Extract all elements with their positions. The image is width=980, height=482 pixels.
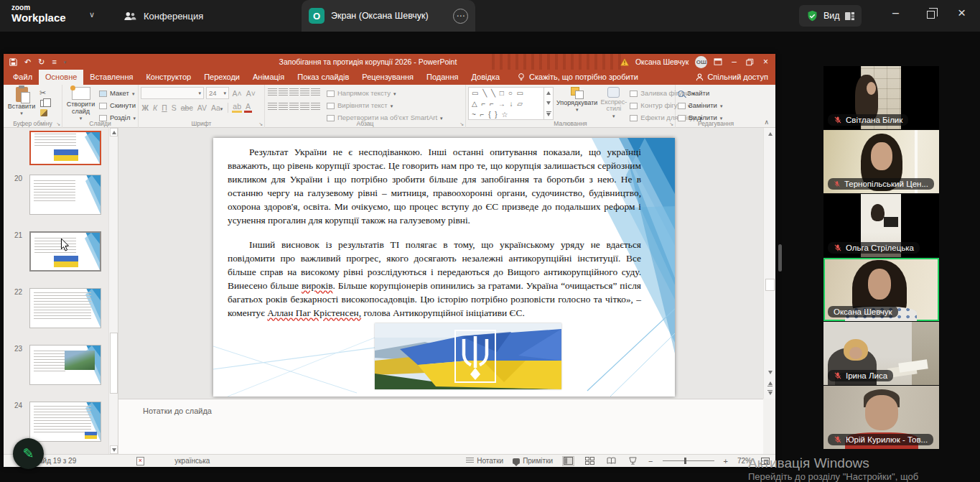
paste-button[interactable]: Вставити ▾ (6, 87, 37, 120)
tab-transitions[interactable]: Переходи (197, 70, 246, 85)
character-spacing-button[interactable]: AV (196, 103, 207, 112)
font-dialog-launcher[interactable]: ↘ (258, 121, 263, 127)
italic-button[interactable]: К (152, 103, 159, 112)
numbering-icon[interactable] (279, 88, 288, 96)
thumbnail-slide-21[interactable] (29, 231, 101, 272)
columns-icon[interactable] (311, 103, 320, 110)
underline-button[interactable]: П (161, 103, 169, 112)
grow-font-button[interactable]: А˄ (231, 89, 243, 98)
tab-home[interactable]: Основне (39, 70, 83, 85)
decrease-indent-icon[interactable] (289, 88, 299, 96)
tab-slideshow[interactable]: Показ слайдів (291, 70, 355, 85)
participant-video-tile[interactable]: Юрій Курилюк - Тов... (823, 386, 939, 449)
more-options-icon[interactable]: ⋯ (453, 9, 468, 24)
notes-placeholder[interactable]: Нотатки до слайда (143, 407, 212, 415)
align-text-button[interactable]: Вирівняти текст▾ (327, 101, 443, 111)
save-icon[interactable] (9, 58, 17, 66)
tab-insert[interactable]: Вставлення (83, 70, 139, 85)
slideshow-view-button[interactable] (627, 456, 639, 466)
thumbnail-scroll-down[interactable] (110, 445, 118, 454)
scroll-thumb[interactable] (765, 279, 775, 291)
normal-view-button[interactable] (562, 456, 574, 466)
previous-slide-button[interactable] (765, 378, 775, 387)
cut-icon[interactable]: ✂ (39, 88, 47, 97)
align-left-icon[interactable] (268, 103, 277, 110)
fit-slide-to-window-button[interactable] (761, 458, 770, 465)
bullets-icon[interactable] (268, 88, 277, 96)
thumbnail-scroll-up[interactable] (110, 128, 118, 136)
shared-screen-scrollbar[interactable] (778, 244, 782, 272)
text-shadow-button[interactable]: S (170, 103, 177, 112)
thumbnail-current-slide[interactable] (29, 131, 101, 165)
font-size-select[interactable]: 24▾ (206, 87, 229, 99)
slide-editor-area[interactable]: Результат України не є несподіванкою. Ін… (118, 128, 763, 399)
tab-conference[interactable]: Конференция (123, 0, 203, 32)
participant-video-tile[interactable]: Тернопільський Цен... (823, 130, 939, 193)
clipboard-dialog-launcher[interactable]: ↘ (56, 121, 60, 127)
tab-view[interactable]: Подання (420, 70, 465, 85)
ppt-restore-button[interactable] (746, 58, 754, 66)
shapes-gallery-scroll[interactable] (544, 87, 554, 120)
comments-toggle-button[interactable]: Примітки (513, 457, 553, 465)
line-spacing-icon[interactable] (311, 88, 320, 96)
zoom-in-button[interactable]: + (724, 457, 728, 465)
tab-screen-share[interactable]: O Экран (Оксана Шевчук) ⋯ (302, 0, 475, 32)
reading-view-button[interactable] (605, 456, 617, 466)
window-restore-button[interactable] (927, 11, 935, 19)
participant-video-tile[interactable]: Світлана Білик (823, 66, 939, 129)
notes-toggle-button[interactable]: Нотатки (466, 457, 503, 465)
customize-qat-icon[interactable]: ≡ (52, 57, 56, 66)
thumbnail-slide-23[interactable] (29, 345, 101, 385)
shrink-font-button[interactable]: А˅ (245, 89, 256, 98)
participant-video-tile[interactable]: Ольга Стрілецька (823, 194, 939, 257)
quick-styles-button[interactable]: Експрес-стилі ▾ (600, 87, 627, 123)
language-indicator[interactable]: українська (174, 457, 210, 465)
window-minimize-button[interactable]: – (892, 6, 899, 20)
reset-button[interactable]: Скинути (99, 101, 136, 111)
undo-icon[interactable]: ↶ (24, 57, 31, 67)
scroll-up-button[interactable] (765, 129, 775, 139)
new-slide-button[interactable]: Створити слайд ▾ (65, 87, 97, 120)
spellcheck-status-icon[interactable] (136, 457, 144, 465)
account-avatar[interactable]: ОШ (695, 56, 707, 68)
zoom-slider-thumb[interactable] (684, 458, 687, 464)
increase-indent-icon[interactable] (300, 88, 309, 96)
bold-button[interactable]: Ж (141, 103, 150, 112)
window-close-button[interactable]: × (958, 6, 966, 20)
participant-video-tile-active-speaker[interactable]: Оксана Шевчук (823, 258, 939, 321)
tab-design[interactable]: Конструктор (139, 70, 197, 85)
ribbon-display-icon[interactable] (714, 58, 722, 65)
thumbnail-slide-20[interactable] (29, 175, 101, 215)
change-case-button[interactable]: Aa▾ (210, 103, 223, 112)
justify-icon[interactable] (300, 103, 309, 110)
scroll-down-icon[interactable] (546, 101, 551, 105)
replace-button[interactable]: Замінити▾ (678, 101, 754, 111)
highlight-color-button[interactable]: ab (232, 102, 243, 113)
layout-button[interactable]: Макет▾ (99, 88, 136, 98)
participant-video-tile[interactable]: Ірина Лиса (823, 322, 939, 385)
thumbnail-scroll-thumb[interactable] (110, 333, 118, 394)
thumbnail-scrollbar[interactable] (108, 128, 118, 454)
thumbnail-slide-24[interactable] (29, 402, 101, 442)
paragraph-dial og-launcher[interactable]: ↘ (459, 121, 464, 127)
find-button[interactable]: Знайти (678, 88, 754, 98)
scroll-down-button[interactable] (765, 368, 775, 377)
next-slide-button[interactable] (765, 388, 775, 397)
tell-me-search[interactable]: Скажіть, що потрібно зробити (518, 70, 638, 85)
share-button[interactable]: Спільний доступ (696, 70, 768, 85)
slide-canvas[interactable]: Результат України не є несподіванкою. Ін… (213, 138, 675, 397)
collapse-ribbon-icon[interactable]: ∧ (764, 119, 769, 126)
text-direction-button[interactable]: Напрямок тексту▾ (327, 88, 443, 98)
strikethrough-button[interactable]: abc (179, 103, 194, 112)
chevron-down-icon[interactable]: ∨ (89, 10, 95, 19)
redo-icon[interactable]: ↻ (38, 57, 45, 67)
more-shapes-icon[interactable] (546, 113, 551, 116)
tab-review[interactable]: Рецензування (355, 70, 420, 85)
font-color-button[interactable]: А (244, 102, 251, 113)
qat-dropdown-icon[interactable]: ▾ (64, 60, 67, 64)
arrange-button[interactable]: Упорядкувати ▾ (556, 87, 597, 123)
drawing-dialog-launcher[interactable]: ↘ (669, 121, 673, 127)
zoom-percent[interactable]: 72% (737, 457, 752, 465)
format-painter-icon[interactable] (40, 109, 47, 116)
scroll-up-icon[interactable] (546, 91, 551, 95)
